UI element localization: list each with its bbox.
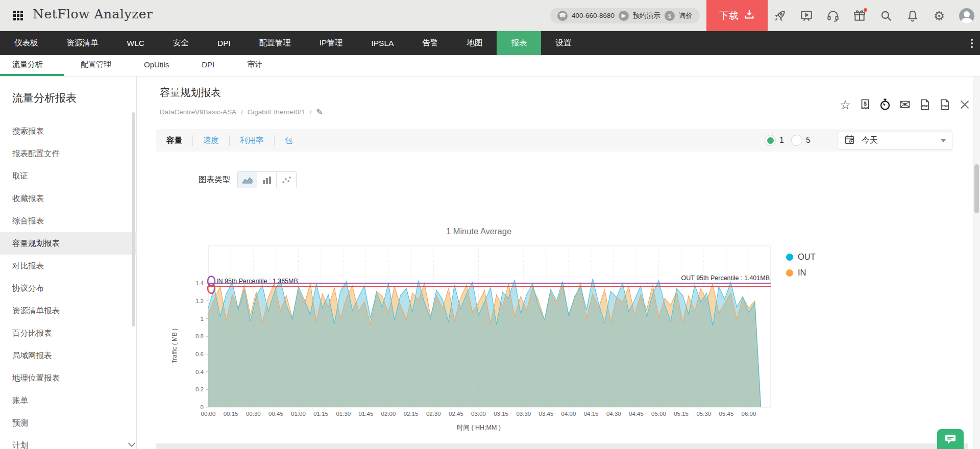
nav-item-settings[interactable]: 设置 <box>541 31 585 55</box>
svg-text:05:30: 05:30 <box>696 411 711 417</box>
subnav-config-mgmt[interactable]: 配置管理 <box>64 55 128 76</box>
nav-item-security[interactable]: 安全 <box>159 31 203 55</box>
schedule-timer-icon[interactable] <box>878 98 892 111</box>
sidebar-scrollbar-thumb[interactable] <box>132 112 135 327</box>
app-launcher-grid-icon[interactable] <box>13 11 23 21</box>
chart-type-bar-button[interactable] <box>257 172 277 188</box>
export-pdf-icon[interactable]: PDF <box>918 98 932 111</box>
get-quote-link[interactable]: 询价 <box>679 11 693 20</box>
sidebar-item-report-profiles[interactable]: 报表配置文件 <box>0 142 137 165</box>
nav-overflow-kebab-icon[interactable] <box>968 31 976 55</box>
book-demo-link[interactable]: 预约演示 <box>633 11 660 20</box>
sub-nav: 流量分析 配置管理 OpUtils DPI 审计 <box>0 55 980 77</box>
sidebar-item-protocol-distribution[interactable]: 协议分布 <box>0 277 137 300</box>
svg-text:04:45: 04:45 <box>629 411 644 417</box>
sidebar-item-forecast[interactable]: 预测 <box>0 412 137 434</box>
svg-text:02:30: 02:30 <box>426 411 441 417</box>
page-scrollbar[interactable] <box>973 77 980 449</box>
sidebar-item-search-reports[interactable]: 搜索报表 <box>0 120 137 142</box>
svg-text:06:00: 06:00 <box>742 411 756 417</box>
svg-text:02:00: 02:00 <box>381 411 396 417</box>
svg-text:0: 0 <box>201 404 204 410</box>
chart-type-row: 图表类型 <box>199 171 297 188</box>
email-report-icon[interactable]: ✉ <box>898 98 912 111</box>
sidebar-item-schedule[interactable]: 计划 <box>0 434 137 449</box>
legend-item-out[interactable]: OUT <box>786 252 816 262</box>
sidebar-title: 流量分析报表 <box>12 91 77 105</box>
sidebar-item-inventory-reports[interactable]: 资源清单报表 <box>0 300 137 322</box>
svg-text:00:15: 00:15 <box>224 411 238 417</box>
support-headset-icon[interactable] <box>826 9 840 22</box>
nav-item-ipsla[interactable]: IPSLA <box>357 31 408 55</box>
tab-utilization[interactable]: 利用率 <box>230 129 274 152</box>
sidebar-item-geo-reports[interactable]: 地理位置报表 <box>0 367 137 389</box>
calendar-icon <box>844 134 855 147</box>
sidebar-item-compare-reports[interactable]: 对比报表 <box>0 255 137 277</box>
svg-text:Traffic ( MB ): Traffic ( MB ) <box>171 329 178 364</box>
sidebar-item-favorite-reports[interactable]: 收藏报表 <box>0 187 137 210</box>
notifications-bell-icon[interactable] <box>906 9 919 22</box>
legend-dot-in <box>786 269 793 277</box>
svg-text:03:45: 03:45 <box>539 411 554 417</box>
sidebar-item-forensics[interactable]: 取证 <box>0 165 137 187</box>
svg-text:04:00: 04:00 <box>561 411 576 417</box>
chart-type-scatter-button[interactable] <box>277 172 296 188</box>
edit-pencil-icon[interactable]: ✎ <box>316 107 323 117</box>
subnav-audit[interactable]: 审计 <box>231 55 279 76</box>
breadcrumb-interface: GigabitEthernet0/1 <box>248 108 305 116</box>
reports-sidebar: 流量分析报表 搜索报表 报表配置文件 取证 收藏报表 综合报表 容量规划报表 对… <box>0 77 137 449</box>
gift-icon[interactable] <box>853 9 866 22</box>
subnav-dpi[interactable]: DPI <box>185 55 231 76</box>
svg-text:1: 1 <box>201 316 204 322</box>
billing-invoice-icon[interactable]: $ <box>859 98 872 111</box>
nav-item-wlc[interactable]: WLC <box>113 31 159 55</box>
download-button[interactable]: 下载 <box>706 0 768 31</box>
nav-item-maps[interactable]: 地图 <box>452 31 497 55</box>
tab-packets[interactable]: 包 <box>275 129 303 152</box>
page-scrollbar-thumb[interactable] <box>974 164 979 213</box>
tab-speed[interactable]: 速度 <box>193 129 229 152</box>
phone-number: 400-660-8680 <box>572 12 615 19</box>
breadcrumb: DataCentreV9Basic-ASA / GigabitEthernet0… <box>160 107 323 117</box>
interval-radio-1[interactable]: 1 <box>765 135 784 146</box>
svg-text:$: $ <box>864 101 867 107</box>
sidebar-item-capacity-planning[interactable]: 容量规划报表 <box>0 232 137 255</box>
sidebar-item-billing[interactable]: 账单 <box>0 389 137 412</box>
subnav-oputils[interactable]: OpUtils <box>128 55 185 76</box>
subnav-traffic-analysis[interactable]: 流量分析 <box>0 55 64 76</box>
phone-icon: ☎ <box>557 11 568 21</box>
sidebar-item-lan-reports[interactable]: 局域网报表 <box>0 344 137 367</box>
svg-text:04:30: 04:30 <box>606 411 621 417</box>
nav-item-dashboard[interactable]: 仪表板 <box>0 31 53 55</box>
legend-item-in[interactable]: IN <box>786 268 816 278</box>
export-csv-icon[interactable]: CSV <box>938 98 951 111</box>
nav-item-alarms[interactable]: 告警 <box>408 31 452 55</box>
interval-radio-5[interactable]: 5 <box>791 135 811 146</box>
svg-text:03:00: 03:00 <box>471 411 486 417</box>
report-tabs-strip: 容量 速度 利用率 包 1 5 <box>156 129 952 152</box>
svg-text:0.4: 0.4 <box>195 369 204 375</box>
svg-text:03:15: 03:15 <box>494 411 508 417</box>
sidebar-item-consolidated-reports[interactable]: 综合报表 <box>0 210 137 232</box>
favorite-star-icon[interactable]: ☆ <box>839 98 852 111</box>
nav-item-reports[interactable]: 报表 <box>497 31 541 55</box>
tab-capacity[interactable]: 容量 <box>156 129 192 152</box>
live-chat-button[interactable] <box>937 429 964 449</box>
legend-dot-out <box>786 254 793 261</box>
nav-item-dpi[interactable]: DPI <box>203 31 245 55</box>
date-range-picker[interactable]: 今天 <box>838 132 952 149</box>
demo-screen-icon[interactable] <box>800 9 813 22</box>
nav-item-inventory[interactable]: 资源清单 <box>53 31 113 55</box>
interval-radio-group: 1 5 <box>765 129 811 152</box>
rocket-icon[interactable] <box>773 9 787 22</box>
search-icon[interactable] <box>879 9 893 22</box>
user-avatar[interactable] <box>959 8 974 23</box>
svg-text:02:45: 02:45 <box>449 411 463 417</box>
nav-item-config-mgmt[interactable]: 配置管理 <box>245 31 305 55</box>
chart-type-area-button[interactable] <box>238 172 257 188</box>
sidebar-item-percentile-reports[interactable]: 百分比报表 <box>0 322 137 344</box>
settings-gear-icon[interactable]: ⚙ <box>933 9 946 22</box>
close-icon[interactable] <box>958 98 971 111</box>
chevron-down-icon <box>941 139 946 142</box>
nav-item-ip-mgmt[interactable]: IP管理 <box>305 31 357 55</box>
